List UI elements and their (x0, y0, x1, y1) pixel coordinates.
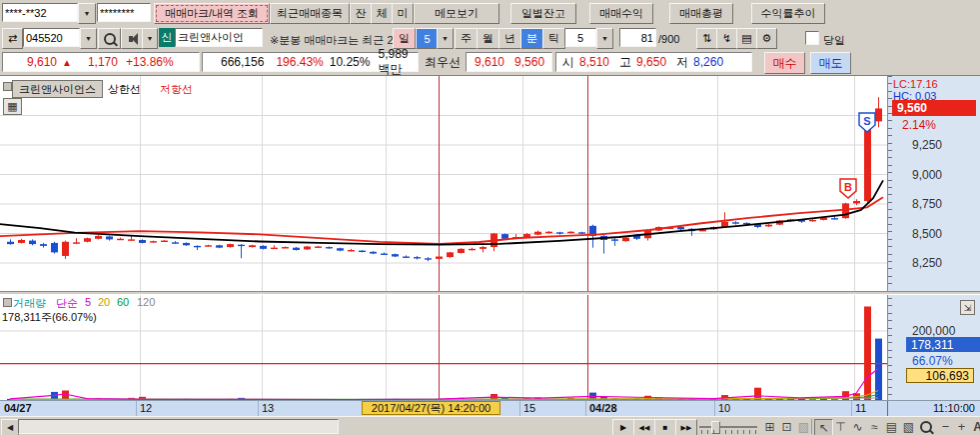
legend-upper-line: 상한선 (108, 82, 141, 97)
today-checkbox[interactable] (805, 31, 819, 45)
settings-gear-icon[interactable]: ⚙ (756, 28, 777, 49)
sell-button[interactable]: 매도 (810, 52, 851, 74)
trendline-tool-icon[interactable]: ⊤ (832, 419, 849, 434)
period-day-count-button[interactable]: 5 (416, 28, 439, 49)
wave-tool-icon[interactable]: ∿ (849, 419, 866, 434)
price-change-pct: +13.86% (126, 55, 174, 69)
save-icon[interactable]: ▤ (736, 28, 757, 49)
cursor-tool-icon[interactable]: ↖ (814, 419, 833, 435)
stock-name-field[interactable]: 크린앤사이언 (175, 28, 263, 47)
unexecuted-button[interactable]: 미 (392, 3, 414, 24)
stop-button[interactable]: ■ (654, 419, 676, 435)
play-button[interactable]: ▶ (612, 419, 634, 435)
period-year-button[interactable]: 년 (498, 28, 521, 49)
period-count-dropdown[interactable]: ▼ (437, 28, 454, 49)
time-axis-label: 15 (523, 402, 535, 414)
up-arrow-icon: ▲ (62, 57, 72, 68)
speaker-icon (129, 36, 133, 42)
channel-tool-icon[interactable]: ≈ (866, 419, 883, 434)
zoom-out-icon[interactable]: − (937, 419, 954, 434)
chart-tool-b-icon[interactable]: ↯ (716, 28, 737, 49)
chart-area: BS 크린앤사이언스 상한선 저항선 ▦ 거래량 단순 5 20 60 120 … (0, 75, 980, 401)
auto-scale-icon[interactable]: A (969, 419, 980, 434)
period-minute-button[interactable]: 분 (520, 28, 543, 49)
bottom-toolbar: ◀ ▶ ◀◀ ■ ▶▶ ⊞ ⊡ ▨ ↖ ⊤ ∿ ≈ ▤ ▧ − + A (0, 416, 980, 435)
sound-button[interactable] (121, 28, 144, 49)
ohl-box: 시 8,510 고 9,650 저 8,260 (555, 52, 752, 72)
password-input[interactable] (97, 3, 151, 22)
pane-splitter[interactable] (0, 291, 980, 295)
svg-text:S: S (863, 115, 870, 127)
return-trend-button[interactable]: 수익률추이 (751, 3, 825, 24)
code-dropdown[interactable]: ▼ (80, 28, 97, 49)
grid-table-icon[interactable]: ▦ (3, 98, 22, 115)
last-time-label: 11:10:00 (891, 402, 975, 414)
daily-balance-button[interactable]: 일별잔고 (510, 3, 576, 24)
scroll-left-button[interactable]: ◀ (1, 419, 19, 435)
volume-pane-collapse-box[interactable] (3, 298, 12, 307)
slider-ticks (701, 430, 757, 434)
period-week-button[interactable]: 주 (455, 28, 478, 49)
high-label: 고 (619, 54, 631, 71)
price-change: 1,170 (88, 55, 118, 69)
volume-ratio: 196.43% (276, 55, 323, 69)
trade-review-button[interactable]: 매매총평 (669, 3, 733, 24)
svg-text:B: B (844, 181, 852, 193)
price-axis-label: 9,000 (912, 168, 942, 182)
interval-dropdown[interactable]: ▼ (596, 28, 613, 49)
axis-corner-divider (887, 401, 888, 417)
window-cascade-icon[interactable]: ⊡ (778, 419, 795, 434)
low-price: 8,260 (693, 55, 723, 69)
chart-scrollbar[interactable] (18, 419, 339, 434)
minute-interval-input[interactable] (564, 28, 596, 47)
recent-traded-stocks-button[interactable]: 최근매매종목 (270, 3, 350, 24)
executed-button[interactable]: 체 (371, 3, 393, 24)
trade-profit-button[interactable]: 매매수익 (589, 3, 653, 24)
zoom-in-icon[interactable]: + (953, 419, 970, 434)
lc-value: LC:17.16 (893, 78, 938, 90)
period-tick-button[interactable]: 틱 (542, 28, 565, 49)
today-checkbox-label: 당일 (823, 33, 845, 48)
time-axis-label: 10 (718, 402, 730, 414)
volume-ma20-label: 20 (98, 296, 110, 308)
current-price: 9,610 (27, 55, 57, 69)
stock-type-badge: 신 (159, 28, 175, 47)
total-volume: 666,156 (221, 55, 264, 69)
rewind-button[interactable]: ◀◀ (633, 419, 655, 435)
fast-forward-button[interactable]: ▶▶ (675, 419, 697, 435)
speed-slider-track[interactable] (699, 426, 757, 428)
volume-pane-expand-icon[interactable]: ⇲ (960, 300, 975, 315)
chart-tool-a-icon[interactable]: ⇅ (696, 28, 717, 49)
pattern-icon[interactable]: ▨ (795, 419, 812, 434)
volume-pct-label: 66.07% (912, 354, 953, 368)
pane-collapse-box[interactable] (3, 82, 12, 91)
period-month-button[interactable]: 월 (477, 28, 499, 49)
sound-dropdown[interactable]: ▼ (142, 28, 158, 49)
memo-view-button[interactable]: 메모보기 (414, 3, 499, 24)
balance-button[interactable]: 잔 (350, 3, 372, 24)
account-input[interactable] (2, 3, 78, 22)
price-volume-chart[interactable]: BS 크린앤사이언스 상한선 저항선 ▦ 거래량 단순 5 20 60 120 … (0, 76, 887, 401)
time-axis-divider (519, 401, 520, 417)
window-overlay-icon[interactable]: ⊞ (761, 419, 778, 434)
image-tool-icon[interactable]: ▧ (900, 419, 917, 434)
high-price: 9,650 (636, 55, 666, 69)
zoom-tool-icon[interactable] (920, 421, 932, 435)
open-label: 시 (562, 54, 574, 71)
stock-code-input[interactable] (23, 28, 80, 47)
stamp-tool-icon[interactable]: ▤ (883, 419, 900, 434)
search-icon (104, 33, 116, 45)
buy-button[interactable]: 매수 (764, 52, 805, 74)
search-button[interactable] (98, 28, 121, 49)
open-price: 8,510 (579, 55, 609, 69)
best-bid: 9,560 (514, 55, 544, 69)
bar-count-input[interactable] (619, 28, 656, 47)
account-dropdown[interactable]: ▼ (78, 3, 96, 24)
volume-ma60-label: 60 (117, 296, 129, 308)
stock-link-icon[interactable]: ⇄ (2, 28, 23, 49)
crosshair-date-tooltip: 2017/04/27(목) 14:20:00 (362, 401, 500, 415)
trade-mark-history-button[interactable]: 매매마크/내역 조회 (154, 3, 270, 24)
time-axis-divider (585, 401, 586, 417)
chart-legend-stock-name[interactable]: 크린앤사이언스 (12, 80, 103, 98)
price-axis-label: 8,750 (912, 197, 942, 211)
